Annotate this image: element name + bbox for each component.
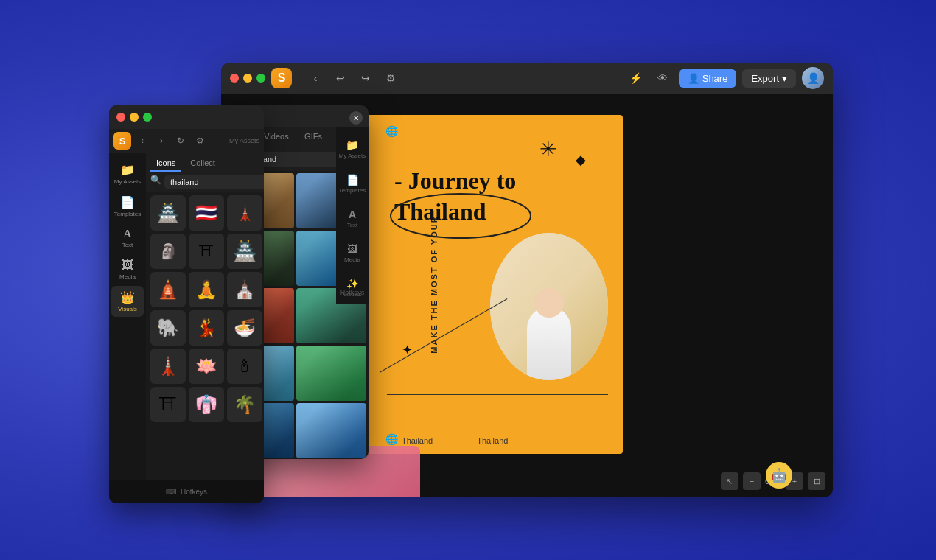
icon-cell-statue[interactable]: 🗿 xyxy=(150,234,186,269)
photo-cell-10[interactable] xyxy=(296,403,367,458)
close-dot[interactable] xyxy=(230,74,239,83)
icons-close-dot[interactable] xyxy=(116,113,125,122)
icons-grid: 🏯 🇹🇭 🗼 🗿 ⛩ 🏯 🛕 🧘 ⛪ 🐘 💃 🍜 🗼 🪷 🕯 ⛩ 👘 🌴 xyxy=(146,192,264,425)
media-label: Media xyxy=(119,273,136,280)
icon-cell-food[interactable]: 🍜 xyxy=(227,310,262,346)
media-sidebar-text[interactable]: A Text xyxy=(346,203,360,234)
tab-collect[interactable]: Collect xyxy=(184,155,221,172)
media-close-button[interactable]: ✕ xyxy=(349,111,363,125)
sidebar-item-my-assets[interactable]: 📁 My Assets xyxy=(111,158,144,189)
text-icon-2: A xyxy=(349,209,356,220)
sidebar-item-media[interactable]: 🖼 Media xyxy=(111,254,144,284)
icons-search-bar: 🔍 xyxy=(146,172,264,192)
design-card: 🌐 MAKE THE MOST OF YOUR ✳ ◆ - Journey to… xyxy=(357,115,623,454)
settings-button[interactable]: ⚙ xyxy=(380,68,401,88)
user-icon: 👤 xyxy=(688,73,699,84)
bottom-label-2: Thailand xyxy=(477,436,508,445)
icons-traffic-lights xyxy=(116,113,152,122)
hotkeys-label: Hotkeys xyxy=(181,488,207,496)
thailand-oval-wrapper: Thailand xyxy=(394,197,486,225)
photo-cell-8[interactable] xyxy=(296,346,367,401)
media-sidebar-hotkeys[interactable]: Hotkeys xyxy=(340,284,365,298)
icons-window: S ‹ › ↻ ⚙ My Assets 📁 My Assets 📄 Templa… xyxy=(109,105,264,503)
sidebar-item-visuals[interactable]: 👑 Visuals xyxy=(111,286,144,317)
icon-cell-temple4[interactable]: ⛪ xyxy=(227,272,262,307)
nav-back[interactable]: ‹ xyxy=(134,133,150,149)
fit-button[interactable]: ⊡ xyxy=(808,472,825,490)
visuals-icon: 👑 xyxy=(120,290,135,304)
bolt-button[interactable]: ⚡ xyxy=(626,68,646,88)
media-sidebar-templates[interactable]: 📄 Templates xyxy=(338,168,367,200)
journey-title: - Journey to Thailand xyxy=(394,167,615,226)
pointer-tool[interactable]: ↖ xyxy=(721,472,738,490)
sidebar-item-text[interactable]: A Text xyxy=(111,223,144,253)
templates-icon-2: 📄 xyxy=(346,174,359,186)
app-logo: S xyxy=(271,68,292,88)
text-label: Text xyxy=(122,242,133,248)
icon-cell-temple2[interactable]: 🏯 xyxy=(227,234,262,269)
bot-icon[interactable]: 🤖 xyxy=(766,462,792,489)
horizontal-line xyxy=(387,394,608,395)
icon-cell-flag[interactable]: 🇹🇭 xyxy=(189,195,224,231)
bottom-label-1: Thailand xyxy=(402,436,433,445)
media-sidebar-media[interactable]: 🖼 Media xyxy=(343,237,362,269)
visuals-label: Visuals xyxy=(118,306,137,312)
media-sidebar-assets[interactable]: 📁 My Assets xyxy=(338,133,367,165)
icon-cell-candle[interactable]: 🕯 xyxy=(227,349,262,384)
icon-cell-shrine[interactable]: ⛩ xyxy=(189,234,224,269)
tab-gifs[interactable]: GIFs xyxy=(295,127,332,147)
maximize-dot[interactable] xyxy=(256,74,265,83)
chevron-down-icon: ▾ xyxy=(782,73,787,84)
icon-cell-buddha[interactable]: 🧘 xyxy=(189,272,224,307)
person-body xyxy=(527,307,571,380)
icon-cell-lotus[interactable]: 🪷 xyxy=(189,349,224,384)
icons-search-input[interactable] xyxy=(164,175,264,189)
back-button[interactable]: ‹ xyxy=(305,68,326,88)
diamond-decoration-1: ◆ xyxy=(576,152,586,168)
minimize-dot[interactable] xyxy=(243,74,252,83)
hotkeys-label-2: Hotkeys xyxy=(340,289,365,296)
globe-top-icon: 🌐 xyxy=(385,125,398,137)
icon-cell-elephant[interactable]: 🐘 xyxy=(150,310,186,346)
media-label-2: Media xyxy=(344,256,360,263)
icons-nav-bar: S ‹ › ↻ ⚙ My Assets xyxy=(109,129,264,153)
icon-cell-pagoda2[interactable]: 🗼 xyxy=(150,349,186,384)
icons-titlebar xyxy=(109,105,264,129)
right-toolbar: ⚡ 👁 👤 Share Export ▾ 👤 xyxy=(626,67,824,89)
assets-label: My Assets xyxy=(339,153,366,159)
icons-maximize-dot[interactable] xyxy=(143,113,152,122)
undo-button[interactable]: ↩ xyxy=(330,68,351,88)
icons-minimize-dot[interactable] xyxy=(130,113,139,122)
svg-point-0 xyxy=(391,194,531,238)
assets-icon: 📁 xyxy=(346,139,358,151)
icons-content: Icons Collect 🔍 🏯 🇹🇭 🗼 🗿 ⛩ 🏯 🛕 🧘 ⛪ 🐘 💃 xyxy=(146,153,264,480)
icon-cell-temple3[interactable]: 🛕 xyxy=(150,272,186,307)
nav-forward[interactable]: › xyxy=(153,133,170,149)
bottom-labels: Thailand Thailand xyxy=(402,436,615,445)
icon-cell-pagoda[interactable]: 🗼 xyxy=(227,195,262,231)
icon-cell-temple5[interactable]: ⛩ xyxy=(150,387,186,422)
templates-label-2: Templates xyxy=(339,187,366,194)
hotkeys-bar: ⌨ Hotkeys xyxy=(109,480,264,503)
sidebar-item-templates[interactable]: 📄 Templates xyxy=(111,191,144,222)
eye-button[interactable]: 👁 xyxy=(652,68,673,88)
media-sidebar: 📁 My Assets 📄 Templates A Text 🖼 Media ✨… xyxy=(336,127,369,304)
nav-refresh[interactable]: ↻ xyxy=(172,133,189,149)
export-button[interactable]: Export ▾ xyxy=(742,69,796,88)
zoom-out-button[interactable]: − xyxy=(743,472,761,490)
main-titlebar: S ‹ ↩ ↪ ⚙ ⚡ 👁 👤 Share Export ▾ 👤 xyxy=(221,63,833,94)
share-button[interactable]: 👤 Share xyxy=(679,69,737,88)
photo-circle xyxy=(490,233,608,380)
icon-cell-temple1[interactable]: 🏯 xyxy=(150,195,186,231)
my-assets-icon: 📁 xyxy=(120,163,135,177)
redo-button[interactable]: ↪ xyxy=(355,68,376,88)
icon-cell-palm[interactable]: 🌴 xyxy=(227,387,262,422)
diamond-decoration-2: ✦ xyxy=(402,342,413,358)
icon-cell-dancer[interactable]: 💃 xyxy=(189,310,224,346)
icon-cell-monk[interactable]: 👘 xyxy=(189,387,224,422)
nav-settings[interactable]: ⚙ xyxy=(192,133,208,149)
traffic-lights xyxy=(230,74,265,83)
person-photo xyxy=(490,233,608,380)
tab-icons[interactable]: Icons xyxy=(150,155,181,172)
text-label-2: Text xyxy=(347,222,358,228)
